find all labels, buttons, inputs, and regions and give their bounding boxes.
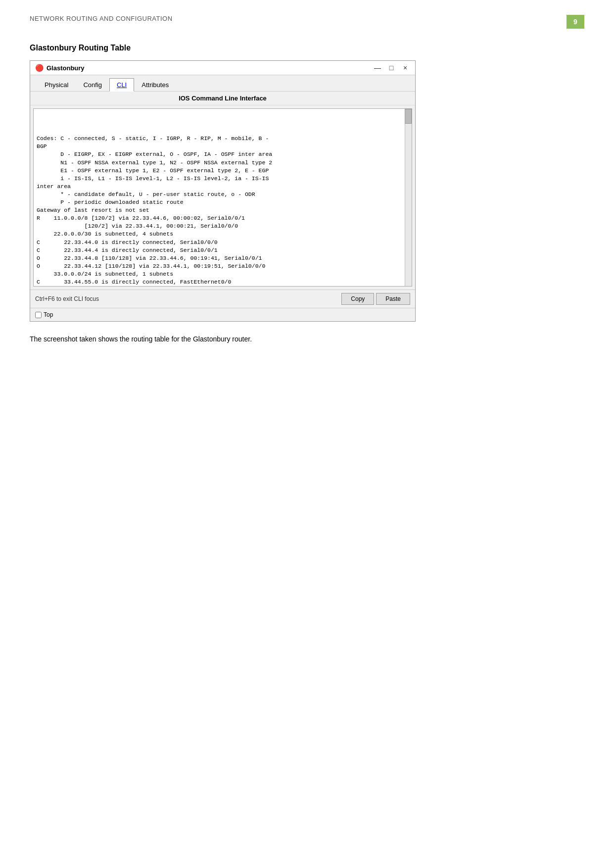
close-button[interactable]: × [400,64,410,72]
top-checkbox-label: Top [44,311,53,318]
window-controls: — □ × [373,64,410,72]
page-header-title: NETWORK ROUTING AND CONFIGURATION [30,15,173,22]
minimize-button[interactable]: — [373,64,382,72]
window-title-left: 🔴 Glastonbury [35,64,85,72]
section-title: Glastonbury Routing Table [30,44,584,52]
window-tabs: Physical Config CLI Attributes [30,75,415,92]
window-footer: Ctrl+F6 to exit CLI focus Copy Paste [30,289,415,308]
window-title: Glastonbury [47,64,85,72]
tab-cli[interactable]: CLI [109,78,134,92]
tab-physical[interactable]: Physical [37,78,76,91]
footer-buttons: Copy Paste [341,293,410,305]
window-bottom-bar: Top [30,308,415,321]
restore-button[interactable]: □ [386,64,396,72]
window-titlebar: 🔴 Glastonbury — □ × [30,61,415,75]
caption-text: The screenshot taken shows the routing t… [30,334,584,344]
simulator-window: 🔴 Glastonbury — □ × Physical Config CLI … [30,60,416,322]
tab-attributes[interactable]: Attributes [134,78,176,91]
footer-hint: Ctrl+F6 to exit CLI focus [35,295,99,302]
top-checkbox-area[interactable]: Top [35,311,53,318]
top-checkbox[interactable] [35,312,42,318]
page-header: NETWORK ROUTING AND CONFIGURATION 9 [30,15,584,29]
tab-config[interactable]: Config [76,78,109,91]
terminal-content: Codes: C - connected, S - static, I - IG… [37,135,409,287]
paste-button[interactable]: Paste [376,293,410,305]
copy-button[interactable]: Copy [341,293,374,305]
terminal-area[interactable]: Codes: C - connected, S - static, I - IG… [33,108,412,287]
page-number: 9 [567,15,584,29]
cli-subtitle: IOS Command Line Interface [30,92,415,105]
app-icon: 🔴 [35,64,44,72]
